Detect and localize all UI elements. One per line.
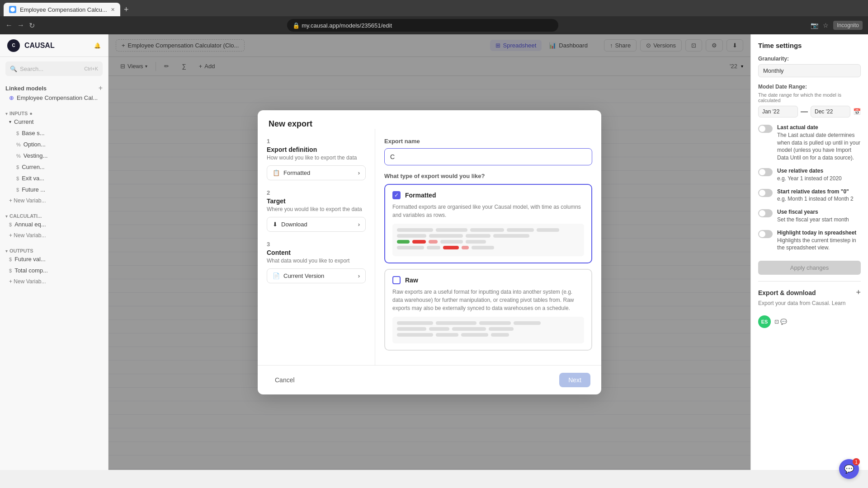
use-fiscal-toggle[interactable] [758, 209, 773, 217]
calculations-section: ▾ CALCULATI... $Annual eq... + New Varia… [0, 210, 108, 244]
percent-icon: % [16, 142, 21, 147]
step-1-chevron-icon: › [358, 169, 360, 176]
formatted-checkbox[interactable]: ✓ [392, 191, 401, 199]
raw-bar-8 [489, 327, 514, 331]
end-date-input[interactable]: Dec '22 [811, 106, 850, 117]
use-relative-desc: e.g. Year 1 instead of 2020 [777, 175, 842, 182]
sidebar-exit-label: Exit va... [22, 175, 44, 182]
sidebar-item-future[interactable]: $Future ... [13, 184, 103, 195]
step-3: 3 Content What data would you like to ex… [267, 241, 366, 283]
step-2-option-label: Download [281, 221, 307, 228]
start-relative-desc: e.g. Month 1 instead of Month 2 [777, 196, 854, 202]
raw-bar-4 [514, 321, 541, 325]
step-1-option-label: Formatted [283, 169, 310, 176]
right-panel: Time settings Granularity: Monthly Model… [750, 34, 868, 470]
sidebar-item-option[interactable]: %Option... [13, 139, 103, 150]
outputs-chevron: ▾ [5, 249, 8, 253]
sidebar-item-linked-model[interactable]: ⊕ Employee Compensation Cal... [5, 92, 103, 103]
step-3-option[interactable]: 📄 Current Version › [267, 268, 366, 283]
formatted-card-header: ✓ Formatted [392, 191, 584, 199]
notification-icon[interactable]: 🔔 [94, 42, 101, 49]
sidebar-item-future-val[interactable]: $Future val... [5, 253, 103, 265]
sidebar-item-current[interactable]: ▾ Current [5, 116, 103, 127]
linked-model-name: Employee Compensation Cal... [17, 94, 98, 101]
formatted-preview-area [392, 224, 584, 256]
search-placeholder: Search... [20, 66, 43, 72]
export-name-input[interactable] [384, 148, 592, 165]
current-sub-items: $Base s... %Option... %Vesting... $Curre… [5, 127, 103, 195]
raw-bar-10 [436, 333, 458, 337]
tab-favicon [9, 6, 16, 13]
refresh-button[interactable]: ↻ [29, 21, 35, 30]
step-3-title: Content [267, 249, 366, 256]
apply-changes-button[interactable]: Apply changes [758, 261, 861, 275]
last-actual-toggle[interactable] [758, 125, 773, 133]
raw-export-card[interactable]: Raw Raw exports are a useful format for … [384, 269, 592, 351]
export-name-label: Export name [384, 138, 592, 145]
step-2-desc: Where you would like to export the data [267, 206, 366, 212]
brand-name: CAUSAL [24, 42, 55, 50]
start-date-input[interactable]: Jan '22 [758, 106, 798, 117]
sidebar-item-annual[interactable]: $Annual eq... [5, 219, 103, 230]
sidebar-current-label: Current [14, 118, 33, 125]
start-relative-toggle[interactable] [758, 189, 773, 197]
new-variable-btn-3[interactable]: + New Variab... [5, 276, 103, 287]
date-range-desc: The date range for which the model is ca… [758, 92, 861, 103]
sidebar-item-vesting[interactable]: %Vesting... [13, 150, 103, 161]
add-export-button[interactable]: + [856, 288, 861, 297]
tab-close-button[interactable]: ✕ [111, 7, 115, 13]
raw-checkbox[interactable] [392, 276, 401, 284]
address-bar: ← → ↻ 🔒 my.causal.app/models/235651/edit… [0, 16, 868, 34]
granularity-value[interactable]: Monthly [758, 64, 861, 77]
formatted-icon: 📋 [273, 169, 280, 176]
browser-tab-bar: Employee Compensation Calcu... ✕ + [0, 0, 868, 16]
user-section: ES ⊡ 💬 [758, 306, 861, 328]
step-2-option-inner: ⬇ Download [273, 221, 307, 228]
raw-bar-11 [461, 333, 488, 337]
raw-bar-5 [397, 327, 426, 331]
step-3-option-label: Current Version [283, 272, 324, 279]
start-relative-title: Start relative dates from "0" [777, 188, 854, 196]
browser-tab[interactable]: Employee Compensation Calcu... ✕ [4, 3, 120, 16]
add-linked-model-button[interactable]: + [99, 84, 103, 92]
raw-bar-9 [397, 333, 433, 337]
sidebar-item-total-comp[interactable]: $Total comp... [5, 265, 103, 276]
chat-button[interactable]: 💬 1 [839, 459, 859, 479]
new-variable-btn-2[interactable]: + New Variab... [5, 230, 103, 241]
vesting-icon: % [16, 153, 21, 159]
preview-bar-4 [507, 228, 534, 232]
highlight-today-text: Highlight today in spreadsheet Highlight… [777, 229, 861, 252]
export-title: Export & download [758, 289, 816, 296]
step-3-option-inner: 📄 Current Version [273, 272, 324, 279]
new-variable-btn-1[interactable]: + New Variab... [5, 195, 103, 206]
search-shortcut: Ctrl+K [84, 66, 98, 71]
new-tab-button[interactable]: + [120, 3, 132, 16]
sidebar-item-base[interactable]: $Base s... [13, 127, 103, 139]
current-icon: $ [16, 164, 19, 170]
step-2-option[interactable]: ⬇ Download › [267, 217, 366, 232]
cancel-button[interactable]: Cancel [269, 373, 301, 387]
next-button[interactable]: Next [559, 373, 590, 387]
modal-body: 1 Export definition How would you like t… [258, 129, 601, 365]
sidebar-item-current-val[interactable]: $Curren... [13, 161, 103, 173]
use-relative-dates-row: Use relative dates e.g. Year 1 instead o… [758, 167, 861, 183]
export-desc: Export your data from Causal. Learn [758, 300, 861, 306]
browser-actions: 📷 ☆ Incognito [811, 21, 863, 30]
search-bar[interactable]: 🔍 Search... Ctrl+K [5, 61, 103, 76]
back-button[interactable]: ← [5, 21, 13, 29]
panel-divider [758, 281, 861, 282]
url-input[interactable]: 🔒 my.causal.app/models/235651/edit [287, 19, 558, 32]
preview-bar-2 [436, 228, 467, 232]
sidebar-futval-label: Future val... [14, 256, 46, 263]
step-1-option[interactable]: 📋 Formatted › [267, 165, 366, 180]
preview-bar-green [397, 240, 410, 244]
use-relative-toggle[interactable] [758, 168, 773, 176]
sidebar-item-exit[interactable]: $Exit va... [13, 173, 103, 184]
exit-icon: $ [16, 176, 19, 181]
export-download-section: Export & download + [758, 288, 861, 297]
forward-button[interactable]: → [17, 21, 24, 29]
highlight-today-title: Highlight today in spreadsheet [777, 229, 861, 237]
step-3-number: 3 [267, 241, 366, 248]
formatted-export-card[interactable]: ✓ Formatted Formatted exports are organi… [384, 184, 592, 263]
highlight-today-toggle[interactable] [758, 230, 773, 238]
